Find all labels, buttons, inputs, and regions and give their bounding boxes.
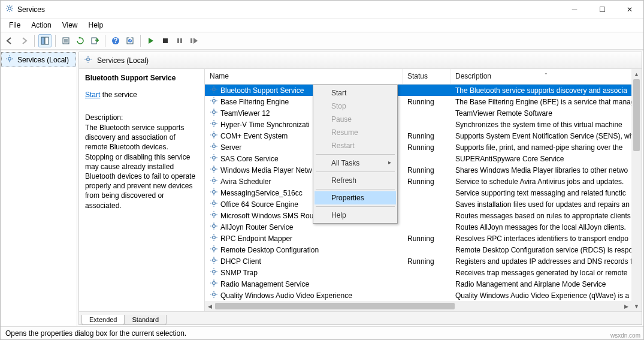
gear-icon: [210, 119, 218, 130]
service-description: Synchronizes the system time of this vir…: [451, 121, 642, 129]
back-button[interactable]: [3, 34, 16, 47]
attribution: wsxdn.com: [610, 332, 640, 339]
svg-point-75: [213, 179, 216, 182]
service-name: AllJoyn Router Service: [220, 223, 293, 231]
col-status[interactable]: Status: [403, 69, 451, 84]
table-row[interactable]: AllJoyn Router ServiceRoutes AllJoyn mes…: [205, 221, 642, 233]
svg-point-85: [213, 202, 216, 205]
table-row[interactable]: Office 64 Source EngineSaves installatio…: [205, 198, 642, 210]
restart-service-button[interactable]: [188, 34, 201, 47]
service-name: Avira Scheduler: [220, 177, 271, 186]
service-description: SUPERAntiSpyware Core Service: [451, 155, 642, 163]
gear-icon: [210, 154, 218, 164]
menu-item-properties[interactable]: Properties: [315, 191, 396, 204]
detail-header: Services (Local): [79, 52, 642, 69]
refresh-button[interactable]: [74, 34, 87, 47]
tab-standard[interactable]: Standard: [124, 315, 167, 325]
gear-icon: [210, 222, 218, 232]
svg-point-90: [213, 213, 216, 216]
table-row[interactable]: TeamViewer 12TeamViewer Remote Software: [205, 107, 642, 119]
gear-icon: [210, 188, 218, 198]
menu-item-all-tasks[interactable]: All Tasks: [315, 157, 396, 170]
gear-icon: [210, 108, 218, 118]
service-description: Receives trap messages generated by loca…: [451, 269, 642, 277]
detail-pane: Services (Local) Bluetooth Support Servi…: [78, 52, 642, 325]
body-area: Services (Local) Services (Local) Blueto…: [1, 50, 643, 326]
service-name: Quality Windows Audio Video Experience: [220, 291, 352, 300]
export-button[interactable]: [88, 34, 101, 47]
menu-view[interactable]: View: [58, 20, 83, 31]
service-status: Running: [403, 234, 451, 243]
help-topics-button[interactable]: ?: [123, 34, 137, 47]
tree-root-item[interactable]: Services (Local): [1, 52, 76, 67]
properties-button[interactable]: [59, 34, 72, 47]
service-description: Routes AllJoyn messages for the local Al…: [451, 223, 642, 231]
svg-text:?: ?: [128, 37, 132, 44]
table-row[interactable]: Quality Windows Audio Video ExperienceQu…: [205, 290, 642, 301]
show-hide-tree-button[interactable]: [38, 34, 52, 47]
table-row[interactable]: DHCP ClientRunningRegisters and updates …: [205, 255, 642, 267]
table-row[interactable]: SAS Core ServiceSUPERAntiSpyware Core Se…: [205, 153, 642, 164]
vertical-scrollbar[interactable]: ▲▼: [631, 69, 642, 311]
minimize-button[interactable]: ─: [561, 1, 588, 19]
table-row[interactable]: COM+ Event SystemRunningSupports System …: [205, 130, 642, 142]
menubar: FileActionViewHelp: [1, 19, 643, 32]
service-name: Server: [220, 143, 241, 152]
table-row[interactable]: SNMP TrapReceives trap messages generate…: [205, 267, 642, 278]
tab-extended[interactable]: Extended: [81, 315, 125, 325]
horizontal-scrollbar[interactable]: ◀▶: [205, 301, 631, 311]
menu-help[interactable]: Help: [84, 20, 108, 31]
table-row[interactable]: MessagingService_516ccService supporting…: [205, 187, 642, 198]
maximize-button[interactable]: ☐: [588, 1, 616, 19]
service-name: TeamViewer 12: [220, 109, 270, 118]
service-description: Radio Management and Airplane Mode Servi…: [451, 280, 642, 288]
menu-item-help[interactable]: Help: [315, 209, 396, 222]
service-description: Saves installation files used for update…: [451, 200, 642, 209]
service-name: Remote Desktop Configuration: [220, 246, 319, 254]
service-name: COM+ Event System: [220, 132, 288, 140]
service-description: Shares Windows Media Player libraries to…: [451, 166, 642, 174]
table-row[interactable]: ServerRunningSupports file, print, and n…: [205, 142, 642, 153]
table-row[interactable]: Microsoft Windows SMS RouRoutes messages…: [205, 210, 642, 221]
table-row[interactable]: Avira SchedulerRunningService to schedul…: [205, 176, 642, 187]
table-row[interactable]: Windows Media Player NetwRunningShares W…: [205, 164, 642, 176]
close-button[interactable]: ✕: [616, 1, 643, 19]
service-description: The Bluetooth service supports discovery…: [451, 86, 642, 95]
gear-icon: [210, 176, 218, 186]
menu-file[interactable]: File: [4, 20, 25, 31]
service-name: Windows Media Player Netw: [220, 166, 312, 174]
selected-service-name: Bluetooth Support Service: [85, 74, 198, 82]
table-row[interactable]: Remote Desktop ConfigurationRemote Deskt…: [205, 244, 642, 255]
forward-button[interactable]: [17, 34, 31, 47]
stop-service-button[interactable]: [159, 34, 172, 47]
svg-point-40: [213, 100, 216, 103]
menu-action[interactable]: Action: [26, 20, 56, 31]
pause-service-button[interactable]: [173, 34, 186, 47]
detail-header-title: Services (Local): [97, 56, 149, 65]
context-menu: StartStopPauseResumeRestartAll TasksRefr…: [313, 85, 398, 224]
service-description: Service supporting text messaging and re…: [451, 189, 642, 197]
table-row[interactable]: Base Filtering EngineRunningThe Base Fil…: [205, 96, 642, 107]
table-row[interactable]: Radio Management ServiceRadio Management…: [205, 278, 642, 290]
titlebar: Services ─ ☐ ✕: [1, 1, 643, 19]
start-link[interactable]: Start: [85, 91, 100, 99]
table-row[interactable]: RPC Endpoint MapperRunningResolves RPC i…: [205, 233, 642, 244]
gear-icon: [210, 97, 218, 107]
description-text: The Bluetooth service supports discovery…: [85, 123, 198, 210]
description-label: Description:: [85, 113, 198, 122]
table-row[interactable]: Hyper-V Time SynchronizatiSynchronizes t…: [205, 119, 642, 130]
start-service-button[interactable]: [144, 34, 158, 47]
help-button[interactable]: ?: [109, 34, 122, 47]
menu-item-restart: Restart: [315, 139, 396, 152]
col-description[interactable]: Description⌄: [451, 69, 642, 84]
menu-item-refresh[interactable]: Refresh: [315, 174, 396, 187]
svg-rect-22: [177, 38, 179, 43]
svg-point-100: [213, 236, 216, 239]
service-status: Running: [403, 177, 451, 186]
menu-item-start[interactable]: Start: [315, 86, 396, 100]
gear-icon: [210, 131, 218, 141]
col-name[interactable]: Name: [205, 69, 403, 84]
service-name: DHCP Client: [220, 257, 261, 266]
service-name: Office 64 Source Engine: [220, 200, 298, 209]
table-row[interactable]: Bluetooth Support ServiceThe Bluetooth s…: [205, 85, 642, 96]
